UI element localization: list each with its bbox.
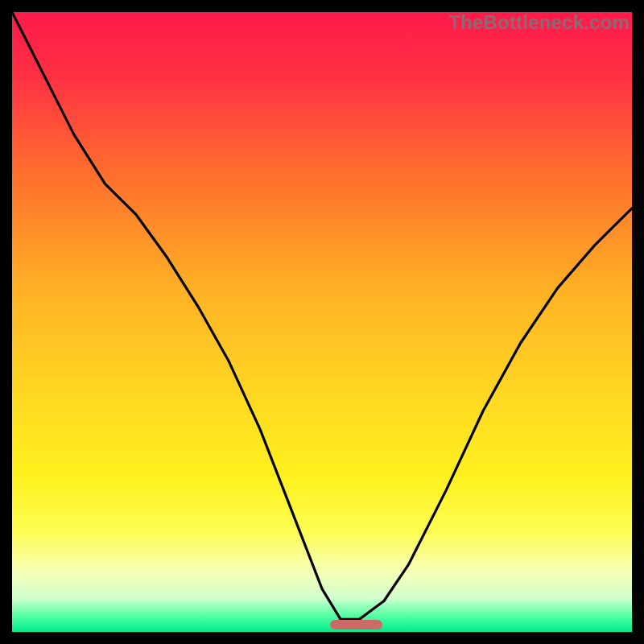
bottleneck-curve [12,12,632,632]
optimal-range-marker [330,620,382,630]
plot-area [12,12,632,632]
chart-frame: TheBottleneck.com [0,0,644,644]
